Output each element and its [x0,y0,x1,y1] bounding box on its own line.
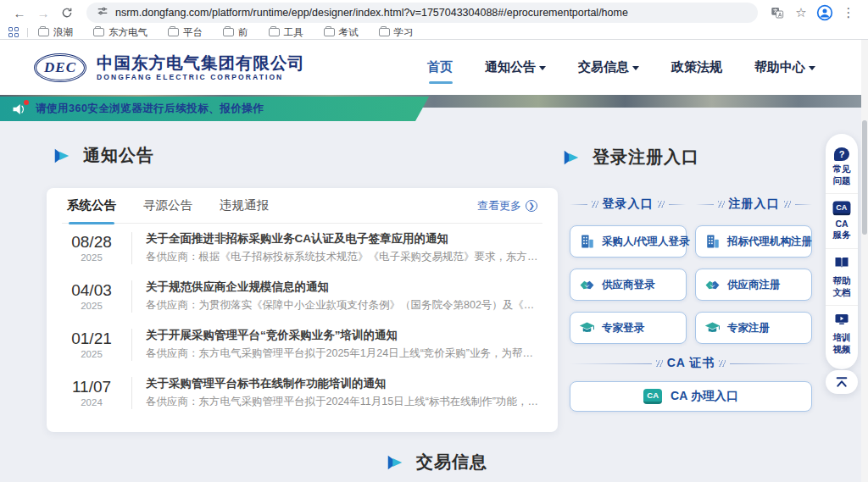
company-logo[interactable]: DEC 中国东方电气集团有限公司 DONGFANG ELECTRIC CORPO… [34,53,305,82]
chrome-menu-icon[interactable]: ⋮ [837,3,860,23]
notice-title: 关于采购管理平台标书在线制作功能培训的通知 [146,376,539,391]
tool-label: 常见问题 [832,163,852,186]
notices-section-title: 通知公告 [53,144,154,167]
bookmark-folder[interactable]: 浪潮 [38,26,73,39]
scrollbar-track[interactable] [861,40,868,482]
bookmark-star-icon[interactable]: ☆ [790,3,812,23]
tab-violation-reports[interactable]: 违规通报 [220,188,269,224]
bookmark-folder[interactable]: 前 [223,26,248,39]
supplier-register-button[interactable]: 供应商注册 [695,269,812,301]
expert-login-button[interactable]: 专家登录 [570,312,687,344]
bookmark-folder[interactable]: 学习 [379,26,414,39]
bookmark-label: 前 [238,26,248,39]
video-icon [834,313,849,330]
section-title-text: 通知公告 [83,144,154,167]
notice-row[interactable]: 04/032025 关于规范供应商企业规模信息的通知 各供应商：为贯彻落实《保障… [62,272,542,320]
dec-logo-icon: DEC [34,53,86,82]
bookmark-folder[interactable]: 考试 [324,26,359,39]
nav-home[interactable]: 首页 [427,54,453,80]
bookmark-folder[interactable]: 东方电气 [93,26,147,39]
view-more-link[interactable]: 查看更多 ❯ [477,198,537,213]
nav-policies[interactable]: 政策法规 [671,54,722,80]
folder-icon [379,28,390,36]
site-header: DEC 中国东方电气集团有限公司 DONGFANG ELECTRIC CORPO… [0,40,868,95]
bookmark-label: 考试 [339,26,359,39]
supplier-login-button[interactable]: 供应商登录 [570,269,687,301]
folder-icon [38,28,49,36]
section-title-text: 交易信息 [416,451,487,474]
translate-icon[interactable] [766,3,788,23]
back-icon[interactable]: ← [8,2,31,24]
notice-row[interactable]: 08/282025 关于全面推进非招标采购业务CA认证及电子签章应用的通知 各供… [62,224,542,272]
question-icon: ? [834,147,849,161]
reload-icon[interactable] [56,2,78,24]
address-bar[interactable]: nsrm.dongfang.com/platform/runtime/epp/d… [86,3,758,23]
apps-grid-icon[interactable] [8,27,19,37]
section-arrow-icon [53,147,71,165]
handshake-icon [704,277,721,293]
site-settings-icon[interactable] [97,5,108,20]
document-icon [834,256,849,273]
section-arrow-icon [386,453,404,472]
bookmark-label: 东方电气 [108,26,147,39]
tab-system-notices[interactable]: 系统公告 [67,188,116,224]
company-name-cn: 中国东方电气集团有限公司 [97,53,305,72]
expert-register-button[interactable]: 专家注册 [695,312,812,344]
entry-section-title: 登录注册入口 [562,146,699,169]
forward-icon[interactable]: → [32,2,54,24]
faq-tool[interactable]: ? 常见问题 [826,141,858,193]
divider [131,329,132,361]
profile-avatar[interactable] [814,3,836,23]
notice-date: 01/212025 [65,330,118,359]
section-arrow-icon [562,148,581,167]
folder-icon [269,28,280,36]
bidding-agency-register-button[interactable]: 招标代理机构注册 [695,225,812,258]
training-videos-tool[interactable]: 培训视频 [826,305,858,362]
bookmark-label: 浪潮 [53,26,73,39]
chevron-down-icon [809,66,815,70]
divider [131,232,132,264]
notice-desc: 各供应商：东方电气采购管理平台拟于2024年11月15日上线“标书在线制作”功能… [146,395,539,409]
bookmark-folder[interactable]: 平台 [168,26,203,39]
tool-label: 培训视频 [832,332,852,355]
nav-trade-info[interactable]: 交易信息 [578,54,639,80]
circle-arrow-icon: ❯ [526,200,537,212]
bookmark-folder[interactable]: 工具 [269,26,303,39]
back-to-top-icon [835,376,849,388]
back-to-top-button[interactable] [826,370,858,394]
notice-ticker: 请使用360安全浏览器进行后续投标、报价操作 [0,97,429,121]
folder-icon [223,28,234,36]
notices-card: 系统公告 寻源公告 违规通报 查看更多 ❯ 08/282025 关于全面推进非招… [47,188,558,432]
nav-help-center[interactable]: 帮助中心 [754,54,815,80]
notice-row[interactable]: 11/072024 关于采购管理平台标书在线制作功能培训的通知 各供应商：东方电… [62,368,542,417]
notice-title: 关于全面推进非招标采购业务CA认证及电子签章应用的通知 [146,231,539,247]
floating-toolbar: ? 常见问题 CA CA服务 帮助文档 培 [826,134,858,369]
bookmark-label: 学习 [394,26,414,39]
help-docs-tool[interactable]: 帮助文档 [826,248,858,305]
folder-icon [168,28,179,36]
handshake-icon [579,277,595,293]
nav-notices[interactable]: 通知公告 [485,54,546,80]
ca-service-tool[interactable]: CA CA服务 [826,193,858,248]
url-text[interactable]: nsrm.dongfang.com/platform/runtime/epp/d… [115,7,628,19]
purchaser-agent-login-button[interactable]: 采购人/代理人登录 [570,225,687,258]
notices-tabs: 系统公告 寻源公告 违规通报 查看更多 ❯ [62,188,542,224]
company-name-en: DONGFANG ELECTRIC CORPORATION [97,73,305,81]
chevron-down-icon [539,66,546,70]
view-more-label: 查看更多 [477,198,521,213]
notice-title: 关于规范供应商企业规模信息的通知 [146,280,539,295]
section-title-text: 登录注册入口 [593,146,699,169]
notice-row[interactable]: 01/212025 关于开展采购管理平台“竞价采购业务”培训的通知 各供应商：东… [62,320,542,368]
folder-icon [324,28,335,36]
speaker-icon [12,102,27,116]
tab-sourcing-notices[interactable]: 寻源公告 [143,188,192,224]
entry-panel: 登录入口 注册入口 采购人 [570,197,812,412]
login-entry-header: 登录入口 [570,197,686,212]
chevron-down-icon [632,66,639,70]
tool-label: 帮助文档 [832,275,852,298]
ca-apply-button[interactable]: CA CA 办理入口 [570,381,812,412]
divider [27,28,28,37]
building-icon [579,234,595,250]
scrollbar-thumb[interactable] [862,120,867,235]
ca-icon: CA [833,202,851,216]
